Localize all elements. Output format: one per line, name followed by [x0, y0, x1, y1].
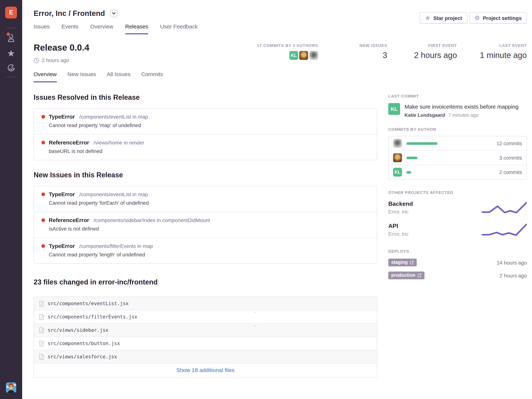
commit-message: Make sure invoiceItems exists before map… [405, 103, 519, 110]
tab-events[interactable]: Events [62, 23, 78, 34]
commits-by-author-card: 12 commits 3 commits KL 2 commits [388, 136, 527, 180]
project-settings-button[interactable]: ⚙ Project settings [469, 12, 527, 24]
subtab-overview[interactable]: Overview [34, 71, 57, 82]
file-path: src/components/eventList.jsx [48, 301, 129, 306]
author-avatar-photo [299, 51, 308, 60]
deploy-row: staging 14 hours ago [388, 259, 527, 266]
author-avatar-kl: KL [393, 168, 402, 177]
deploy-time: 2 hours ago [500, 272, 527, 278]
org-logo[interactable]: E [5, 7, 17, 19]
show-additional-files-link[interactable]: Show 18 additional files [176, 367, 234, 373]
last-event-value: 1 minute ago [480, 51, 527, 60]
release-time-ago: 2 hours ago [42, 57, 69, 63]
author-avatar-photo [393, 139, 402, 148]
commit-author-name[interactable]: Katie Lundsgaard [405, 112, 445, 118]
deploys-section: DEPLOYS staging 14 hours ago production [388, 249, 527, 279]
file-path: src/views/sidebar.jsx [48, 327, 108, 333]
file-path: src/components/button.jsx [48, 341, 120, 346]
issue-row: TypeError /components/eventList in map C… [34, 109, 377, 134]
issue-culprit-link[interactable]: /components/eventList in map [79, 114, 148, 120]
new-issues-heading: New Issues in this Release [34, 171, 377, 179]
gear-icon: ⚙ [475, 15, 480, 21]
assigned-to-me-icon[interactable] [0, 33, 22, 43]
new-issues-count: 3 [360, 51, 387, 60]
file-row: src/views/salesforce.jsx [34, 350, 377, 363]
project-switcher-chevron-icon[interactable] [109, 9, 118, 18]
user-avatar[interactable] [6, 382, 16, 393]
file-icon [39, 327, 44, 333]
issue-title-link[interactable]: TypeError [49, 243, 75, 249]
error-level-dot [41, 244, 45, 248]
author-commit-row: KL 2 commits [389, 165, 526, 179]
issue-culprit-link[interactable]: /components/sidebar/index in componentDi… [94, 217, 210, 223]
stat-last-event: LAST EVENT 1 minute ago [480, 43, 527, 60]
error-level-dot [41, 192, 45, 196]
star-project-button[interactable]: ★ Star project [420, 12, 467, 24]
files-changed-list: src/components/eventList.jsx src/compone… [34, 297, 377, 378]
file-icon [39, 354, 44, 360]
star-icon: ★ [425, 15, 431, 21]
author-avatar-photo [309, 51, 318, 60]
project-name-link[interactable]: Backend [388, 201, 413, 207]
commits-by-author-section: COMMITS BY AUTHOR 12 commits 3 commits K… [388, 127, 527, 180]
issue-culprit-link[interactable]: /components/eventList in map [79, 191, 148, 197]
subtab-all-issues[interactable]: All Issues [107, 71, 130, 82]
file-row: src/components/button.jsx [34, 336, 377, 350]
commit-count-bar [406, 142, 437, 145]
new-issues-list: TypeError /components/eventList in map C… [34, 186, 377, 264]
subtab-new-issues[interactable]: New Issues [67, 71, 96, 82]
project-name-link[interactable]: API [388, 223, 409, 229]
history-timer-icon[interactable] [0, 63, 22, 72]
production-deploy-badge[interactable]: production [388, 272, 425, 279]
other-projects-label: OTHER PROJECTS AFFECTED [388, 190, 527, 195]
nav-divider [6, 77, 16, 77]
last-commit-section: LAST COMMIT KL Make sure invoiceItems ex… [388, 94, 527, 118]
clock-icon [34, 57, 39, 63]
commit-count: 12 commits [497, 140, 522, 146]
stray-mark: ` [254, 324, 256, 330]
commits-by-author-label: COMMITS BY AUTHOR [388, 127, 527, 132]
release-page: E ★ [0, 0, 532, 399]
tab-releases[interactable]: Releases [125, 23, 148, 34]
tab-overview[interactable]: Overview [90, 23, 113, 34]
issue-title-link[interactable]: ReferenceError [49, 217, 89, 223]
resolved-issues-heading: Issues Resolved in this Release [34, 94, 377, 101]
subtab-commits[interactable]: Commits [141, 71, 163, 82]
file-icon [39, 314, 44, 320]
files-changed-heading: 23 files changed in error-inc/frontend [34, 278, 377, 286]
project-org: Error, Inc [388, 231, 409, 237]
commit-count-bar [406, 171, 411, 173]
starred-icon[interactable]: ★ [0, 49, 22, 58]
commit-count: 2 commits [499, 169, 522, 175]
nav-divider [6, 28, 16, 28]
side-column: LAST COMMIT KL Make sure invoiceItems ex… [388, 82, 527, 279]
project-row: API Error, Inc [388, 223, 527, 237]
issue-culprit-link[interactable]: /components/filterEvents in map [79, 243, 153, 249]
project-sparkline-chart [482, 223, 527, 236]
stat-first-event: FIRST EVENT 2 hours ago [414, 43, 457, 60]
project-title: Error, Inc / Frontend [34, 9, 105, 18]
issue-message: isActive is not defined [49, 226, 369, 232]
issue-message: Cannot read property 'length' of undefin… [49, 252, 369, 258]
issue-title-link[interactable]: ReferenceError [49, 139, 89, 146]
issue-row: ReferenceError /components/sidebar/index… [34, 212, 377, 238]
release-title: Release 0.0.4 [34, 43, 89, 53]
issue-title-link[interactable]: TypeError [49, 191, 75, 197]
author-commit-row: 12 commits [389, 136, 526, 150]
project-header: Error, Inc / Frontend ★ Star project ⚙ P… [22, 0, 532, 35]
tab-user-feedback[interactable]: User Feedback [160, 23, 198, 34]
issue-title-link[interactable]: TypeError [49, 114, 75, 120]
issue-culprit-link[interactable]: /views/home in render [94, 139, 144, 145]
issue-message: Cannot read property 'map' of undefined [49, 122, 369, 128]
file-icon [39, 301, 44, 306]
deploys-label: DEPLOYS [388, 249, 527, 253]
release-header: Release 0.0.4 2 hours ago 17 COMMITS BY … [22, 34, 532, 83]
main-column: Issues Resolved in this Release TypeErro… [34, 82, 377, 378]
notification-dot [6, 32, 11, 37]
tab-issues[interactable]: Issues [34, 23, 50, 34]
commit-time-ago: 7 minutes ago [448, 112, 478, 118]
commit-count-bar [406, 157, 418, 159]
file-row: src/components/filterEvents.jsx ` [34, 310, 377, 323]
deploy-time: 14 hours ago [497, 260, 527, 266]
staging-deploy-badge[interactable]: staging [388, 259, 417, 266]
